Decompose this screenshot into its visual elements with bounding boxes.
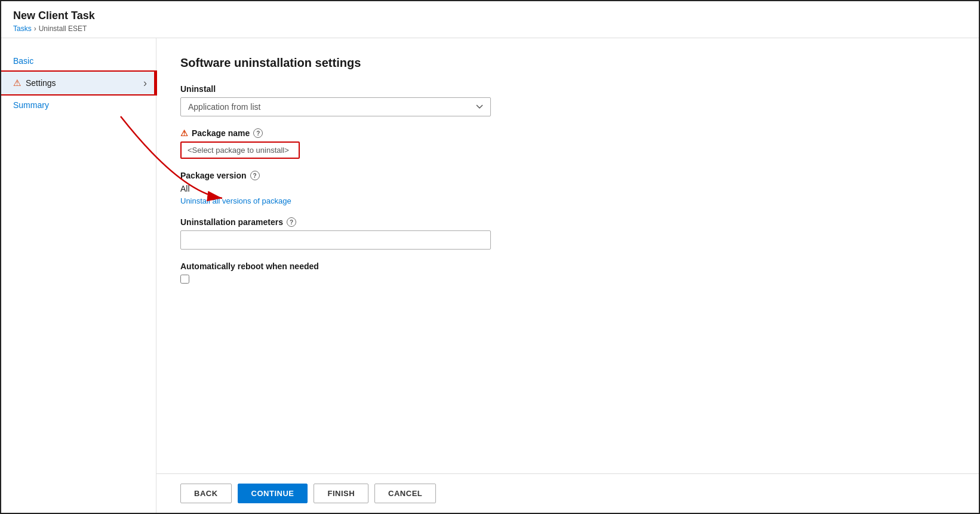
sidebar-item-basic[interactable]: Basic <box>1 50 156 72</box>
sidebar-basic-label: Basic <box>13 56 33 66</box>
package-version-help-icon[interactable]: ? <box>250 171 260 180</box>
breadcrumb-current: Uninstall ESET <box>39 24 87 33</box>
package-name-warning-icon: ⚠ <box>180 128 188 138</box>
page-title: New Client Task <box>13 10 967 22</box>
package-version-field-group: Package version ? All Uninstall all vers… <box>180 171 955 205</box>
uninstall-field-group: Uninstall Application from list <box>180 84 955 116</box>
package-version-value: All <box>180 184 955 193</box>
uninstall-all-versions-link[interactable]: Uninstall all versions of package <box>180 196 291 205</box>
package-version-label: Package version ? <box>180 171 955 180</box>
cancel-button[interactable]: CANCEL <box>374 484 436 503</box>
breadcrumb: Tasks › Uninstall ESET <box>13 24 967 33</box>
sidebar-item-settings[interactable]: ⚠ Settings <box>1 72 156 94</box>
sidebar-item-summary[interactable]: Summary <box>1 94 156 116</box>
main-layout: Basic ⚠ Settings Summary Software uninst… <box>1 38 979 513</box>
reboot-checkbox-row <box>180 275 955 284</box>
sidebar: Basic ⚠ Settings Summary <box>1 38 156 513</box>
package-name-field-group: ⚠ Package name ? <Select package to unin… <box>180 128 955 159</box>
back-button[interactable]: BACK <box>180 484 232 503</box>
sidebar-summary-label: Summary <box>13 100 49 110</box>
warning-icon: ⚠ <box>13 78 21 88</box>
sidebar-settings-label: Settings <box>26 78 56 88</box>
reboot-checkbox[interactable] <box>180 275 189 284</box>
uninstall-select[interactable]: Application from list <box>180 97 491 116</box>
package-name-help-icon[interactable]: ? <box>253 128 263 138</box>
breadcrumb-tasks[interactable]: Tasks <box>13 24 32 33</box>
uninstall-label: Uninstall <box>180 84 955 94</box>
section-title: Software uninstallation settings <box>180 56 955 70</box>
header: New Client Task Tasks › Uninstall ESET <box>1 1 979 38</box>
breadcrumb-separator: › <box>34 24 36 33</box>
uninstallation-params-input[interactable] <box>180 230 491 250</box>
footer: BACK CONTINUE FINISH CANCEL <box>156 473 979 513</box>
content-area: Software uninstallation settings Uninsta… <box>156 38 979 513</box>
reboot-label: Automatically reboot when needed <box>180 261 955 271</box>
reboot-field-group: Automatically reboot when needed <box>180 261 955 284</box>
uninstallation-params-help-icon[interactable]: ? <box>287 217 296 227</box>
content-scroll: Software uninstallation settings Uninsta… <box>156 38 979 473</box>
package-name-label: ⚠ Package name ? <box>180 128 955 138</box>
package-name-input[interactable]: <Select package to uninstall> <box>180 141 300 159</box>
continue-button[interactable]: CONTINUE <box>238 484 308 503</box>
finish-button[interactable]: FINISH <box>314 484 368 503</box>
uninstallation-params-label: Uninstallation parameters ? <box>180 217 955 227</box>
uninstallation-params-field-group: Uninstallation parameters ? <box>180 217 955 250</box>
